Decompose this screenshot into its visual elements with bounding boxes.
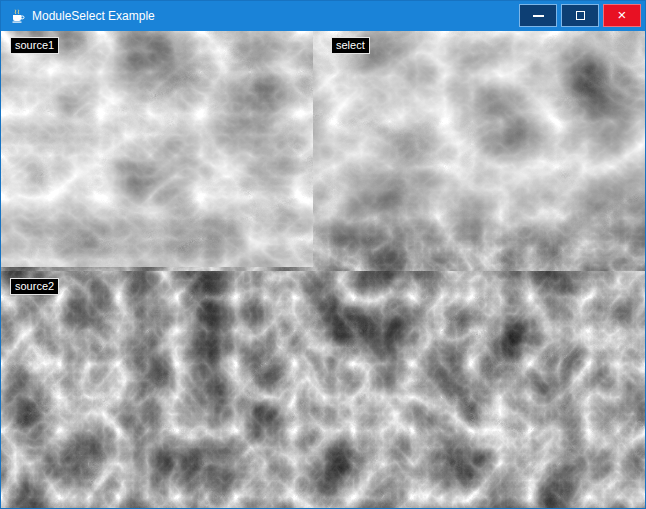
- maximize-button[interactable]: [561, 4, 599, 27]
- source1-image: [1, 31, 313, 267]
- minimize-button[interactable]: [519, 4, 557, 27]
- source2-image: [1, 271, 645, 509]
- close-icon: ×: [618, 7, 627, 22]
- source1-label: source1: [10, 37, 59, 54]
- java-app-icon: [9, 8, 25, 24]
- window-title: ModuleSelect Example: [32, 9, 155, 23]
- maximize-icon: [576, 11, 585, 20]
- source2-label: source2: [10, 278, 59, 295]
- select-label: select: [331, 37, 370, 54]
- minimize-icon: [533, 15, 544, 17]
- app-window: ModuleSelect Example ×: [0, 0, 646, 509]
- close-button[interactable]: ×: [603, 4, 641, 27]
- noise-canvas: [1, 31, 645, 509]
- titlebar: ModuleSelect Example ×: [1, 1, 645, 31]
- client-area: source1 select source2: [1, 31, 645, 508]
- window-controls: ×: [519, 4, 641, 27]
